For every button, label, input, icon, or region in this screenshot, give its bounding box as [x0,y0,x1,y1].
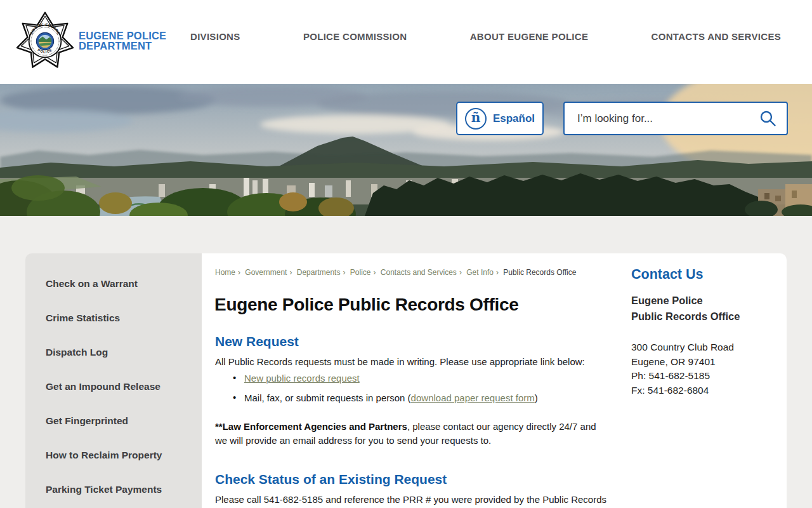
breadcrumb: Home› Government› Departments› Police› C… [215,268,576,277]
breadcrumb-separator: › [459,268,462,277]
contact-fax: Fx: 541-682-6804 [631,384,780,398]
breadcrumb-separator: › [496,268,499,277]
breadcrumb-link[interactable]: Get Info [466,268,494,277]
breadcrumb-segment: Government› [245,268,294,277]
sidebar-item: Check on a Warrant [25,267,202,301]
breadcrumb-current: Public Records Office [503,268,576,277]
breadcrumb-segment: Departments› [297,268,348,277]
epd-badge-logo[interactable]: CITY OF EUGENE POLICE [15,9,75,74]
site-search [563,102,788,135]
contact-city: Eugene, OR 97401 [631,355,780,370]
nav-item[interactable]: DIVISIONS [190,31,240,42]
page-title: Eugene Police Public Records Office [214,295,519,314]
espanol-icon: ñ [465,108,487,130]
breadcrumb-link[interactable]: Home [215,268,235,277]
new-request-options: New public records request Mail, fax, or… [215,373,621,412]
sidebar-item: Crime Statistics [25,301,202,335]
contact-street: 300 Country Club Road [631,340,780,355]
site-header: CITY OF EUGENE POLICE EUGENE POLICE DEPA… [0,0,812,84]
breadcrumb-segment: Home› [215,268,243,277]
sidebar-item: Dispatch Log [25,335,202,370]
wordmark-line1: EUGENE POLICE [79,30,166,41]
nav-item[interactable]: ABOUT EUGENE POLICE [470,31,589,42]
breadcrumb-link[interactable]: Government [245,268,287,277]
breadcrumb-segment: Police› [350,268,379,277]
mail-fax-text-close: ) [535,392,538,403]
mail-fax-text: Mail, fax, or submit requests in person … [244,392,411,403]
breadcrumb-separator: › [289,268,292,277]
nav-item[interactable]: POLICE COMMISSION [303,31,407,42]
sidebar-item-link[interactable]: Dispatch Log [46,347,108,358]
sidebar-item: Parking Ticket Payments [25,472,202,507]
sidebar-item-link[interactable]: How to Reclaim Property [46,450,162,461]
sidebar-item: Get an Impound Release [25,370,202,404]
contact-org-line1: Eugene Police [631,293,780,309]
contact-phone: Ph: 541-682-5185 [631,369,780,384]
contact-us-panel: Contact Us Eugene Police Public Records … [631,267,780,398]
sidebar-item-link[interactable]: Parking Ticket Payments [46,484,162,495]
contact-org: Eugene Police Public Records Office [631,293,780,324]
breadcrumb-segment: Get Info› [466,268,501,277]
content-card: Home› Government› Departments› Police› C… [202,253,787,508]
site-wordmark[interactable]: EUGENE POLICE DEPARTMENT [79,30,166,51]
espanol-button[interactable]: ñ Español [456,102,544,135]
sidebar-item: Get Fingerprinted [25,404,202,438]
sidebar: Check on a Warrant Crime Statistics Disp… [25,253,202,508]
section-heading-check-status: Check Status of an Existing Request [215,472,447,487]
breadcrumb-separator: › [238,268,240,277]
contact-org-line2: Public Records Office [631,309,780,324]
breadcrumb-separator: › [343,268,345,277]
breadcrumb-segment: Contacts and Services› [381,268,464,277]
search-input[interactable] [565,112,756,125]
breadcrumb-link[interactable]: Contacts and Services [381,268,457,277]
law-enforcement-note-bold: **Law Enforcement Agencies and Partners [215,421,407,432]
new-records-request-link[interactable]: New public records request [244,373,360,384]
law-enforcement-note: **Law Enforcement Agencies and Partners,… [215,420,607,448]
breadcrumb-link[interactable]: Departments [297,268,341,277]
section-heading-new-request: New Request [215,334,299,349]
breadcrumb-link[interactable]: Police [350,268,371,277]
sidebar-item-link[interactable]: Crime Statistics [46,312,120,324]
sidebar-item-link[interactable]: Get Fingerprinted [46,415,128,427]
nav-item[interactable]: CONTACTS AND SERVICES [652,31,781,42]
espanol-label: Español [493,112,535,125]
contact-us-heading: Contact Us [631,267,780,283]
sidebar-item-link[interactable]: Check on a Warrant [46,278,138,290]
check-status-body: Please call 541-682-5185 and reference t… [215,493,621,507]
sidebar-item: How to Reclaim Property [25,438,202,472]
list-item: New public records request [215,373,621,384]
contact-address: 300 Country Club Road Eugene, OR 97401 P… [631,340,780,398]
new-request-intro: All Public Records requests must be made… [215,355,621,369]
primary-nav: DIVISIONSPOLICE COMMISSIONABOUT EUGENE P… [190,0,781,72]
sidebar-item-link[interactable]: Get an Impound Release [46,381,160,392]
search-icon[interactable] [756,110,787,127]
wordmark-line2: DEPARTMENT [79,41,166,51]
download-paper-form-link[interactable]: download paper request form [411,392,535,403]
list-item: Mail, fax, or submit requests in person … [215,392,621,403]
breadcrumb-separator: › [373,268,376,277]
